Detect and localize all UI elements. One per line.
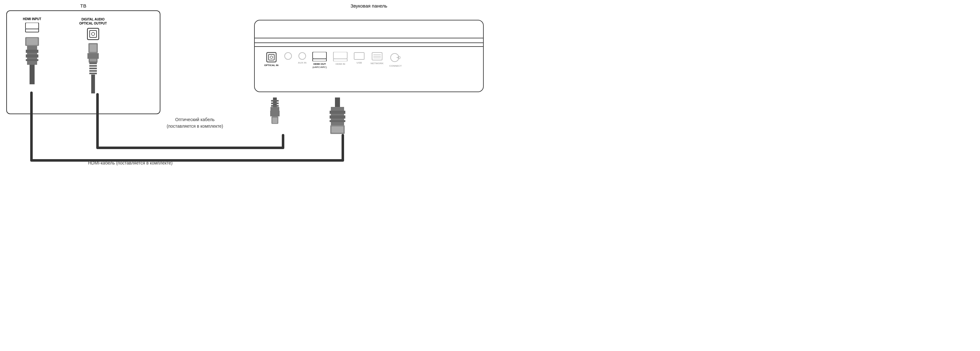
- hdmi-out-port-icon: [312, 52, 327, 61]
- port-usb: USB: [353, 52, 365, 65]
- hdmi-plug-soundbar: [326, 97, 348, 140]
- hdmi-plug-soundbar-icon: [326, 97, 348, 138]
- hdmi-input-label: HDMI INPUT: [23, 17, 41, 21]
- svg-rect-53: [329, 111, 345, 114]
- bluetooth-port-icon: [284, 52, 292, 60]
- optical-output-area: DIGITAL AUDIO OPTICAL OUTPUT: [79, 17, 107, 94]
- tv-section: ТВ HDMI INPUT: [6, 3, 161, 119]
- soundbar-line1: [255, 38, 483, 38]
- svg-point-28: [285, 52, 291, 59]
- svg-rect-20: [89, 65, 97, 67]
- optical-in-port-icon: [266, 52, 277, 63]
- svg-rect-48: [270, 111, 280, 116]
- aux-in-label: AUX IN: [298, 61, 306, 65]
- optical-plug-tv-icon: [85, 43, 101, 94]
- optical-cable-label: Оптический кабель (поставляется в компле…: [167, 116, 223, 130]
- svg-rect-8: [26, 54, 38, 57]
- port-optical-in: OPTICAL IN: [264, 52, 278, 67]
- hdmi-plug-icon: [23, 37, 41, 84]
- optical-plug-soundbar-icon: [267, 97, 283, 138]
- svg-rect-18: [90, 59, 97, 61]
- hdmi-input-area: HDMI INPUT: [23, 17, 41, 84]
- svg-rect-22: [89, 70, 97, 72]
- svg-rect-54: [329, 116, 345, 119]
- svg-rect-34: [354, 52, 364, 59]
- soundbar-label: Звуковая панель: [254, 3, 484, 8]
- tv-label: ТВ: [6, 3, 161, 8]
- svg-rect-16: [88, 53, 99, 59]
- svg-rect-43: [271, 100, 278, 102]
- optical-output-label: DIGITAL AUDIO OPTICAL OUTPUT: [79, 17, 107, 25]
- hdmi-in-port-icon: [333, 52, 348, 61]
- hdmi-in-label: HDMI IN: [336, 63, 345, 66]
- hdmi-cable-label: HDMI-кабель (поставляется в комплекте): [88, 160, 173, 165]
- soundbar-line2: [255, 43, 483, 43]
- network-port-icon: [371, 52, 383, 61]
- svg-rect-10: [30, 65, 35, 84]
- svg-rect-24: [91, 75, 95, 94]
- svg-rect-50: [272, 118, 277, 123]
- svg-rect-5: [26, 38, 38, 45]
- svg-rect-25: [267, 52, 276, 62]
- svg-point-13: [92, 32, 95, 35]
- hdmi-out-label: HDMI OUT(eARC/ARC): [312, 63, 327, 68]
- svg-rect-30: [313, 52, 326, 59]
- connect-label: CONNECT: [389, 65, 402, 68]
- svg-rect-21: [89, 68, 97, 69]
- svg-rect-33: [333, 59, 347, 61]
- svg-rect-11: [88, 28, 99, 40]
- svg-rect-1: [25, 29, 39, 32]
- soundbar-line3: [255, 46, 483, 47]
- svg-rect-19: [89, 63, 97, 64]
- svg-rect-0: [25, 23, 39, 29]
- optical-socket-icon: [86, 27, 100, 41]
- soundbar-outer: OPTICAL IN AUX IN: [254, 20, 484, 92]
- svg-rect-55: [329, 120, 345, 122]
- optical-in-label: OPTICAL IN: [264, 64, 278, 67]
- svg-point-29: [299, 52, 306, 59]
- soundbar-body: OPTICAL IN AUX IN: [254, 10, 484, 105]
- svg-rect-9: [26, 59, 38, 61]
- usb-label: USB: [356, 61, 362, 65]
- svg-rect-26: [269, 54, 274, 60]
- port-hdmi-out: HDMI OUT(eARC/ARC): [312, 52, 327, 68]
- svg-rect-45: [271, 105, 278, 106]
- svg-rect-44: [271, 103, 278, 104]
- svg-rect-15: [90, 44, 97, 52]
- svg-rect-7: [26, 50, 38, 53]
- hdmi-socket-icon: [24, 23, 40, 34]
- svg-point-27: [270, 56, 273, 59]
- port-aux-in: AUX IN: [298, 52, 306, 65]
- port-connect: CONNECT: [389, 52, 402, 68]
- aux-in-port-icon: [298, 52, 306, 60]
- network-label: NETWORK: [371, 62, 383, 65]
- usb-port-icon: [353, 52, 365, 60]
- svg-rect-31: [313, 59, 326, 61]
- svg-rect-23: [89, 73, 97, 74]
- svg-rect-46: [270, 107, 279, 111]
- svg-rect-32: [333, 52, 347, 59]
- svg-rect-57: [331, 126, 344, 133]
- soundbar-section: Звуковая панель OPTICAL IN: [254, 3, 484, 105]
- svg-rect-12: [90, 30, 97, 37]
- optical-plug-soundbar: [267, 97, 283, 140]
- svg-rect-51: [335, 97, 340, 107]
- tv-box: HDMI INPUT: [6, 10, 161, 114]
- port-network: NETWORK: [371, 52, 383, 65]
- port-hdmi-in: HDMI IN: [333, 52, 348, 66]
- connect-port-icon: [390, 52, 401, 63]
- ports-row: OPTICAL IN AUX IN: [264, 52, 480, 68]
- port-bluetooth: [284, 52, 292, 61]
